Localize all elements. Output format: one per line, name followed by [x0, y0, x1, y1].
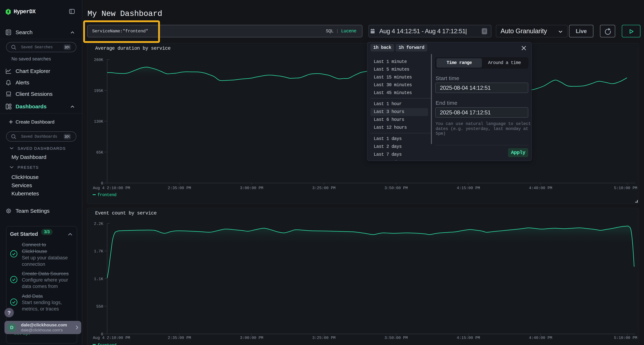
- svg-text:65K: 65K: [96, 150, 104, 155]
- svg-text:2:35:00 PM: 2:35:00 PM: [168, 186, 191, 190]
- svg-text:3:25:00 PM: 3:25:00 PM: [312, 336, 336, 340]
- svg-text:1.7K: 1.7K: [94, 249, 104, 254]
- svg-text:3:50:00 PM: 3:50:00 PM: [384, 186, 408, 190]
- svg-text:4:15:00 PM: 4:15:00 PM: [457, 336, 480, 340]
- svg-text:3:00:00 PM: 3:00:00 PM: [240, 336, 263, 340]
- svg-text:3:50:00 PM: 3:50:00 PM: [384, 336, 408, 340]
- svg-text:2.2K: 2.2K: [94, 222, 104, 226]
- svg-text:5:10:00 PM: 5:10:00 PM: [614, 336, 637, 340]
- svg-text:3:25:00 PM: 3:25:00 PM: [312, 186, 336, 190]
- svg-text:2:35:00 PM: 2:35:00 PM: [168, 336, 191, 340]
- svg-text:Aug 4 2:10:00 PM: Aug 4 2:10:00 PM: [93, 186, 130, 190]
- svg-text:4:40:00 PM: 4:40:00 PM: [529, 336, 552, 340]
- svg-text:frontend: frontend: [98, 343, 116, 345]
- svg-text:130K: 130K: [94, 119, 104, 124]
- svg-text:frontend: frontend: [98, 193, 116, 197]
- svg-text:1.1K: 1.1K: [94, 277, 104, 281]
- svg-text:3:00:00 PM: 3:00:00 PM: [240, 186, 263, 190]
- svg-text:4:40:00 PM: 4:40:00 PM: [529, 186, 552, 190]
- svg-text:4:15:00 PM: 4:15:00 PM: [457, 186, 480, 190]
- svg-text:0: 0: [101, 181, 103, 186]
- svg-text:Aug 4 2:10:00 PM: Aug 4 2:10:00 PM: [93, 336, 130, 340]
- svg-text:550: 550: [96, 305, 103, 309]
- svg-text:260K: 260K: [94, 58, 104, 62]
- svg-text:5:10:00 PM: 5:10:00 PM: [614, 186, 637, 190]
- svg-text:195K: 195K: [94, 89, 104, 93]
